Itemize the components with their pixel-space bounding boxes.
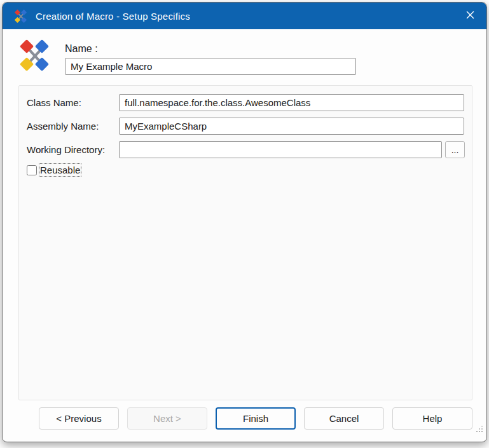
dialog-window: Creation of Macro - Setup Specifics Name… (2, 2, 487, 442)
main-panel: Class Name: Assembly Name: Working Direc… (18, 85, 472, 400)
working-directory-input[interactable] (119, 141, 442, 158)
macro-icon (14, 10, 27, 23)
class-name-label: Class Name: (27, 94, 81, 111)
close-button[interactable] (453, 3, 486, 29)
button-bar: < Previous Next > Finish Cancel Help (3, 407, 486, 430)
working-directory-label: Working Directory: (27, 141, 105, 158)
name-label: Name : (65, 43, 98, 55)
next-button[interactable]: Next > (127, 407, 207, 430)
assembly-name-label: Assembly Name: (27, 118, 99, 135)
finish-button[interactable]: Finish (216, 407, 296, 430)
reusable-row: Reusable (27, 165, 80, 175)
assembly-name-input[interactable] (119, 118, 464, 135)
window-title: Creation of Macro - Setup Specifics (36, 11, 190, 22)
browse-button[interactable]: ... (445, 141, 465, 158)
titlebar: Creation of Macro - Setup Specifics (3, 3, 486, 29)
previous-button[interactable]: < Previous (39, 407, 119, 430)
name-input[interactable] (65, 58, 356, 75)
reusable-checkbox[interactable] (27, 165, 37, 175)
close-icon (466, 11, 474, 21)
resize-grip[interactable] (476, 431, 478, 432)
reusable-label[interactable]: Reusable (40, 165, 80, 175)
macro-icon-large (18, 39, 50, 71)
cancel-button[interactable]: Cancel (304, 407, 384, 430)
class-name-input[interactable] (119, 94, 464, 111)
help-button[interactable]: Help (392, 407, 472, 430)
